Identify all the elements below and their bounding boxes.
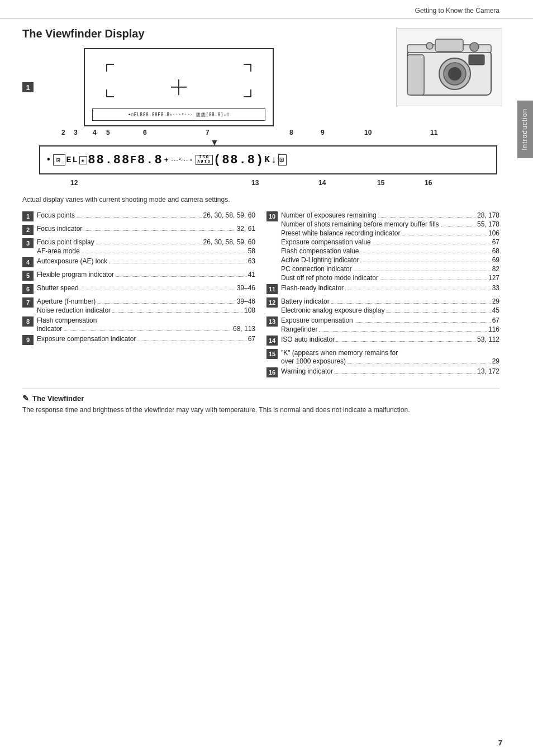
item-dots-10h <box>380 280 487 280</box>
item-dots-10d <box>373 244 491 244</box>
item-page-10a: 28, 178 <box>477 211 499 219</box>
item-label-12b: Electronic analog exposure display <box>281 306 384 314</box>
vf-big-strip: • ⊡ EL ★ 88.88 F 8.8 + ···⁰··· - ISO AUT… <box>39 145 497 174</box>
warn-icon: ⊡ <box>278 154 287 166</box>
item-num-11: 11 <box>266 284 278 294</box>
item-dots-11 <box>345 290 491 290</box>
item-label-8b: indicator <box>37 325 62 333</box>
bottom-label-16: 16 <box>425 179 432 187</box>
item-page-13a: 67 <box>492 316 499 324</box>
item-dots-3b <box>82 253 246 253</box>
item-page-10g: 82 <box>492 265 499 273</box>
list-item: 2 Focus indicator 32, 61 <box>22 225 255 236</box>
flash-icon: ↓ <box>271 154 278 166</box>
item-page-9: 67 <box>248 335 255 343</box>
item-dots-16 <box>335 373 475 374</box>
item-page-10h: 127 <box>488 274 499 282</box>
bracket-bl <box>106 84 120 97</box>
bracket-br <box>238 84 251 97</box>
big-strip-container: • ⊡ EL ★ 88.88 F 8.8 + ···⁰··· - ISO AUT… <box>39 145 475 174</box>
item-label-15b: over 1000 exposures) <box>281 357 346 365</box>
list-item: 13 Exposure compensation 67 Rangefinder … <box>266 316 499 333</box>
item-label-13b: Rangefinder <box>281 325 317 333</box>
list-item: 5 Flexible program indicator 41 <box>22 271 255 282</box>
list-item: 9 Exposure compensation indicator 67 <box>22 335 255 346</box>
list-item: 6 Shutter speed 39–46 <box>22 284 255 295</box>
item-page-8: 68, 113 <box>233 325 255 333</box>
item-label-1: Focus points <box>37 211 75 219</box>
item-page-1: 26, 30, 58, 59, 60 <box>203 211 255 219</box>
vf-small-strip-text: •⊡EL888.88F8.8+···⁰··· 囲囲(88.8)↓⊡ <box>128 112 230 118</box>
item-dots-13a <box>355 322 491 323</box>
item-num-2: 2 <box>22 225 34 235</box>
item-page-7b: 108 <box>244 306 255 314</box>
item-page-11: 33 <box>492 284 499 292</box>
display-desc: Actual display varies with current shoot… <box>22 196 499 204</box>
k-letter: K <box>264 155 271 165</box>
item-label-14: ISO auto indicator <box>281 336 335 343</box>
item-dots-5 <box>116 276 246 277</box>
item-label-4: Autoexposure (AE) lock <box>37 257 107 265</box>
bottom-label-15: 15 <box>377 179 384 187</box>
item-label-2: Focus indicator <box>37 225 82 233</box>
item-label-10g: PC connection indicator <box>281 265 352 273</box>
header-text: Getting to Know the Camera <box>415 7 499 15</box>
item-dots-10e <box>360 253 490 253</box>
bottom-label-13: 13 <box>251 179 259 187</box>
plus-sign: + <box>164 156 170 164</box>
item-label-10f: Active D-Lighting indicator <box>281 256 359 264</box>
item-num-14: 14 <box>266 336 278 346</box>
top-label-10: 10 <box>364 129 372 136</box>
item-page-5: 41 <box>248 271 255 278</box>
item-num-12: 12 <box>266 297 278 308</box>
bottom-label-14: 14 <box>318 179 326 187</box>
item-label-3b: AF-area mode <box>37 247 80 255</box>
item-page-12b: 45 <box>492 306 499 314</box>
list-item: 10 Number of exposures remaining 28, 178… <box>266 211 499 282</box>
el-text: EL <box>66 155 79 165</box>
item-dots-12a <box>331 303 491 304</box>
item-page-12a: 29 <box>492 297 499 305</box>
item-label-16: Warning indicator <box>281 367 333 375</box>
items-container: 1 Focus points 26, 30, 58, 59, 60 2 Focu… <box>22 211 499 381</box>
item-dots-10b <box>441 226 475 226</box>
item-label-13a: Exposure compensation <box>281 316 353 324</box>
dash-sign: - <box>189 156 194 164</box>
item-dots-10c <box>402 235 487 235</box>
list-item: 12 Battery indicator 29 Electronic analo… <box>266 297 499 314</box>
item-page-3a: 26, 30, 58, 59, 60 <box>203 238 255 246</box>
note-title: ✎ The Viewfinder <box>22 394 499 403</box>
viewfinder-diagram: 1 •⊡EL888.88F8.8+·· <box>22 48 499 192</box>
top-label-5: 5 <box>106 129 110 136</box>
item-page-16: 13, 172 <box>477 367 499 375</box>
star-icon: ★ <box>79 156 88 164</box>
list-item: 16 Warning indicator 13, 172 <box>266 367 499 379</box>
dot-icon: • <box>46 155 53 165</box>
note-icon: ✎ <box>22 394 29 403</box>
list-item: 7 Aperture (f-number) 39–46 Noise reduct… <box>22 297 255 314</box>
item-page-10d: 67 <box>492 238 499 246</box>
item-dots-8b <box>64 330 231 331</box>
list-item: 11 Flash-ready indicator 33 <box>266 284 499 295</box>
top-label-8: 8 <box>289 129 293 136</box>
left-column: 1 Focus points 26, 30, 58, 59, 60 2 Focu… <box>22 211 255 381</box>
bracket-tl <box>106 64 120 77</box>
item-page-2: 32, 61 <box>237 225 255 233</box>
item-label-11: Flash-ready indicator <box>281 284 344 292</box>
item-dots-7a <box>97 303 235 304</box>
f-text: F <box>130 154 137 166</box>
note-title-text: The Viewfinder <box>32 394 84 403</box>
item-label-9: Exposure compensation indicator <box>37 335 136 343</box>
item-dots-14 <box>336 341 475 342</box>
list-item: 3 Focus point display 26, 30, 58, 59, 60… <box>22 238 255 255</box>
item-label-7a: Aperture (f-number) <box>37 297 96 305</box>
top-label-7: 7 <box>206 129 210 136</box>
top-label-4: 4 <box>93 129 97 136</box>
item-label-3a: Focus point display <box>37 238 94 246</box>
item-num-4: 4 <box>22 257 34 267</box>
rangefinder-scale: ···⁰··· <box>171 157 188 163</box>
item-label-10c: Preset white balance recording indicator <box>281 229 400 237</box>
item-num-7: 7 <box>22 297 34 308</box>
item-page-10c: 106 <box>488 229 499 237</box>
item-label-5: Flexible program indicator <box>37 271 114 278</box>
